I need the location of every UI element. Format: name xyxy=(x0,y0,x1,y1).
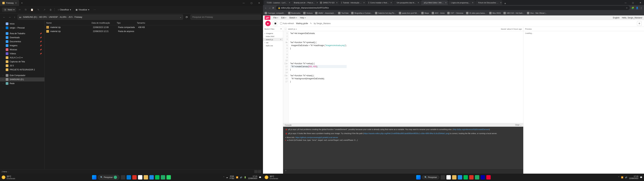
sidebar-js5[interactable]: JS 5 xyxy=(0,64,44,68)
close-tab-icon[interactable]: ✕ xyxy=(316,2,318,4)
p5-logo[interactable]: p5* xyxy=(265,16,270,20)
app-icon[interactable] xyxy=(475,175,479,180)
pdf-icon[interactable] xyxy=(132,175,137,180)
close-tab-icon[interactable]: ✕ xyxy=(500,2,502,4)
minimize-button[interactable]: — xyxy=(622,0,629,5)
new-tab-button[interactable]: + xyxy=(19,2,25,4)
share-icon[interactable]: ↗ xyxy=(42,8,47,12)
sidebar-onedrive[interactable]: ›sergio – Pessoal xyxy=(0,26,44,30)
menu-sketch[interactable]: Sketch xyxy=(289,16,297,19)
icons-view-button[interactable] xyxy=(258,170,261,173)
folder-app-icon[interactable] xyxy=(144,175,148,180)
bookmark-item[interactable]: 15 sites para baixa… xyxy=(466,12,486,14)
sidebar-capturas[interactable]: Capturas de Tela xyxy=(0,60,44,64)
search-input[interactable]: Pesquisar em Freeway xyxy=(190,14,261,20)
bookmark-item[interactable]: Veduca xyxy=(303,12,312,14)
editor-tab[interactable]: sketch.js ● xyxy=(288,28,297,30)
bookmark-item[interactable]: YouTube xyxy=(338,12,348,14)
delete-icon[interactable]: 🗑 xyxy=(48,8,53,12)
close-tab-icon[interactable]: ✕ xyxy=(472,2,474,4)
start-button[interactable] xyxy=(416,175,420,180)
stop-button[interactable] xyxy=(273,21,278,26)
explorer-tab[interactable]: Freeway ✕ xyxy=(0,0,19,6)
clear-console-button[interactable]: Clear ⌄ xyxy=(515,124,522,126)
whatsapp-icon[interactable] xyxy=(166,175,171,180)
close-tab-icon[interactable]: ✕ xyxy=(336,2,338,4)
explorer-icon[interactable] xyxy=(126,175,131,180)
app-icon[interactable] xyxy=(155,175,160,180)
close-tab-icon[interactable]: ✕ xyxy=(289,2,290,4)
crumb-seg[interactable]: ALURA xyxy=(60,16,66,18)
crumb-seg[interactable]: JS 5 xyxy=(68,16,72,18)
notifications-icon[interactable]: 💬 xyxy=(259,176,261,178)
bookmark-item[interactable]: Bookmarks xyxy=(288,12,300,14)
close-tab-icon[interactable]: ✕ xyxy=(15,2,17,4)
sidebar-aula[interactable]: AULA C e C++ xyxy=(0,56,44,60)
start-button[interactable] xyxy=(92,175,96,180)
sidebar-samsung-drive[interactable]: ›SAMSUNG (D:) xyxy=(0,78,44,82)
tray-chevron-icon[interactable]: ˄ xyxy=(618,176,619,178)
settings-button[interactable]: ⚙ xyxy=(637,21,642,26)
cut-icon[interactable]: ✂ xyxy=(18,8,22,12)
menu-edit[interactable]: Edit xyxy=(281,16,286,19)
close-window-button[interactable]: ✕ xyxy=(636,0,644,5)
up-button[interactable]: ↑ xyxy=(13,15,16,19)
sidebar-projeto[interactable]: PROJETO INTEGRADOR 2 xyxy=(0,68,44,72)
browser-tab[interactable]: Tutorial - Introdução …✕ xyxy=(340,0,366,5)
sidebar-thispc[interactable]: ›Este Computador xyxy=(0,74,44,78)
browser-tab[interactable]: DIRECTV GO✕ xyxy=(318,0,339,5)
paste-icon[interactable]: 📋 xyxy=(29,8,35,12)
browser-tab[interactable]: Um pouquinho das hi…✕ xyxy=(394,0,421,5)
file-item[interactable]: ▫style.css xyxy=(263,44,283,47)
bookmark-item[interactable]: Sabiche hot dog Pe… xyxy=(375,12,396,14)
crumb-seg[interactable]: HD CPU xyxy=(39,16,47,18)
pencil-icon[interactable]: ✎ xyxy=(310,22,312,25)
bookmark-item[interactable]: HBO GO - Há Dark… xyxy=(504,12,524,14)
sidebar-music[interactable]: Músicas📌 xyxy=(0,48,44,52)
file-row[interactable]: material zip 22/08/2023 12:21 Pasta de a… xyxy=(44,29,263,33)
forward-button[interactable]: → xyxy=(8,15,12,19)
close-tab-icon[interactable]: ✕ xyxy=(445,2,446,4)
browser-tab[interactable]: Como instalar o Nod…✕ xyxy=(367,0,394,5)
column-headers[interactable]: Nome Data de modificação Tipo Tamanho xyxy=(44,21,263,25)
bookmark-item[interactable]: CET - Câmeras xyxy=(447,12,463,14)
app-icon[interactable] xyxy=(469,175,474,180)
col-date[interactable]: Data de modificação xyxy=(92,22,117,24)
new-button[interactable]: + Novo ▾ xyxy=(2,8,16,12)
profile-icon[interactable]: 👤 xyxy=(636,7,638,9)
breadcrumb[interactable]: 🖴 ›SAMSUNG (D:) ›HD CPU ›UNIVESP ›ALURA … xyxy=(18,14,183,20)
bookmark-item[interactable]: Meu INSS xyxy=(489,12,501,14)
file-menu-icon[interactable]: ▾ xyxy=(280,38,281,40)
browser-tab[interactable]: Lógica de programaç…✕ xyxy=(448,0,475,5)
browser-tab[interactable]: T2:E6 - Lazarus – La lí…✕ xyxy=(264,0,291,5)
file-row[interactable]: material zip 22/08/2023 12:09 Pasta comp… xyxy=(44,25,263,29)
chrome-icon[interactable] xyxy=(446,175,451,180)
taskview-icon[interactable] xyxy=(441,175,445,180)
extensions-icon[interactable]: 🧩 xyxy=(632,7,634,9)
taskview-icon[interactable] xyxy=(121,175,125,180)
sidebar-network[interactable]: ›Rede xyxy=(0,82,44,86)
crumb-seg[interactable]: SAMSUNG (D:) xyxy=(23,16,37,18)
app-icon[interactable] xyxy=(481,175,485,180)
file-item[interactable]: ▸sw xyxy=(263,41,283,44)
star-icon[interactable]: ☆ xyxy=(626,7,628,9)
sidebar-pictures[interactable]: Imagens📌 xyxy=(0,44,44,48)
wifi-icon[interactable]: 📶 xyxy=(236,176,238,178)
app-icon[interactable] xyxy=(161,175,165,180)
autorefresh-checkbox[interactable] xyxy=(280,22,282,24)
maximize-button[interactable]: ▢ xyxy=(629,0,636,5)
chrome-icon[interactable] xyxy=(138,175,142,180)
crumb-seg[interactable]: UNIVESP xyxy=(49,16,58,18)
menu-help[interactable]: Help xyxy=(300,16,306,19)
menu-file[interactable]: File xyxy=(273,16,278,19)
sidebar-documents[interactable]: Documentos📌 xyxy=(0,40,44,44)
reload-button[interactable]: ⟳ xyxy=(272,7,274,9)
browser-tab[interactable]: Fórum de Discussões …✕ xyxy=(476,0,502,5)
user-menu[interactable]: Hello, Sergio_Mariano! xyxy=(622,16,642,19)
address-bar[interactable]: 🔒 editor.p5js.org/Sergio_Mariano/sketche… xyxy=(276,6,630,10)
bookmark-item[interactable]: Carregar, compartil… xyxy=(265,12,286,14)
bookmark-item[interactable]: Maps xyxy=(421,12,429,14)
tray-chevron-icon[interactable]: ˄ xyxy=(224,176,224,178)
bookmark-item[interactable]: ANAV – Associaçã… xyxy=(315,12,336,14)
console-input[interactable]: > xyxy=(283,168,523,174)
